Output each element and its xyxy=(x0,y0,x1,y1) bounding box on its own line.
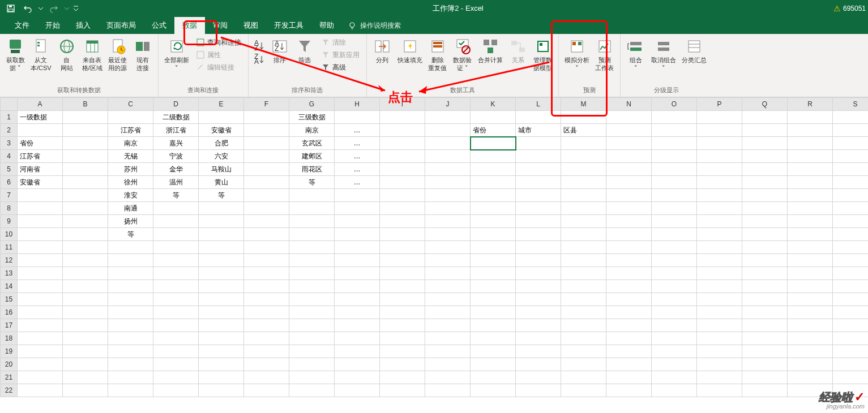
svg-rect-24 xyxy=(197,39,204,46)
active-cell[interactable] xyxy=(471,137,516,150)
tell-me-search[interactable]: 操作说明搜索 xyxy=(342,17,407,34)
whatif-button[interactable]: 模拟分析 ˅ xyxy=(562,36,592,74)
col-header[interactable]: R xyxy=(788,98,833,111)
flash-fill-button[interactable]: 快速填充 xyxy=(395,36,425,66)
row-header[interactable]: 3 xyxy=(1,137,18,150)
col-header[interactable]: Q xyxy=(742,98,788,111)
group-forecast: 模拟分析 ˅ 预测 工作表 预测 xyxy=(559,34,621,97)
sort-asc-button[interactable]: AZ xyxy=(252,40,267,52)
tab-review[interactable]: 审阅 xyxy=(205,17,236,34)
col-header[interactable]: H xyxy=(335,98,380,111)
tab-dev[interactable]: 开发工具 xyxy=(266,17,311,34)
row-header[interactable]: 13 xyxy=(1,267,18,280)
from-web-button[interactable]: 自 网站 xyxy=(55,36,79,74)
row-header[interactable]: 7 xyxy=(1,189,18,202)
row-header[interactable]: 17 xyxy=(1,319,18,332)
row-header[interactable]: 6 xyxy=(1,176,18,189)
save-button[interactable] xyxy=(3,1,18,16)
svg-rect-7 xyxy=(10,40,21,49)
qat-customize[interactable] xyxy=(72,1,79,16)
row-header[interactable]: 15 xyxy=(1,293,18,306)
row-header[interactable]: 2 xyxy=(1,124,18,137)
undo-button[interactable] xyxy=(20,1,35,16)
redo-dropdown[interactable] xyxy=(63,1,70,16)
row-header[interactable]: 18 xyxy=(1,332,18,345)
row-header[interactable]: 8 xyxy=(1,202,18,215)
user-badge[interactable]: 695051 xyxy=(843,5,866,12)
col-header[interactable]: B xyxy=(63,98,108,111)
col-header[interactable]: P xyxy=(697,98,742,111)
tab-help[interactable]: 帮助 xyxy=(311,17,342,34)
tab-formula[interactable]: 公式 xyxy=(144,17,174,34)
row-header[interactable]: 14 xyxy=(1,280,18,293)
forecast-sheet-button[interactable]: 预测 工作表 xyxy=(593,36,617,74)
sort-desc-button[interactable]: ZA xyxy=(252,53,267,66)
col-header[interactable]: K xyxy=(471,98,516,111)
svg-rect-51 xyxy=(572,42,576,45)
quick-access-toolbar xyxy=(0,1,83,16)
tab-data[interactable]: 数据 xyxy=(174,17,205,34)
col-header[interactable]: L xyxy=(516,98,561,111)
col-header[interactable]: C xyxy=(108,98,153,111)
col-header[interactable]: S xyxy=(833,98,869,111)
advanced-filter-button[interactable]: 高级 xyxy=(318,61,363,74)
row-header[interactable]: 19 xyxy=(1,345,18,358)
get-data-button[interactable]: 获取数 据 ˅ xyxy=(3,36,27,74)
col-header[interactable]: E xyxy=(199,98,244,111)
row-header[interactable]: 12 xyxy=(1,254,18,267)
remove-dup-button[interactable]: 删除 重复值 xyxy=(426,36,450,74)
spreadsheet-grid[interactable]: A B C D E F G H I J K L M N O P Q R S 1一… xyxy=(0,97,868,397)
tab-home[interactable]: 开始 xyxy=(37,17,68,34)
col-header[interactable]: O xyxy=(652,98,697,111)
col-header[interactable]: J xyxy=(425,98,471,111)
redo-button[interactable] xyxy=(46,1,61,16)
subtotal-button[interactable]: 分类汇总 xyxy=(679,36,709,66)
svg-rect-42 xyxy=(484,40,489,45)
col-header[interactable]: F xyxy=(244,98,289,111)
undo-dropdown[interactable] xyxy=(37,1,44,16)
svg-text:Z: Z xyxy=(275,45,279,53)
col-header[interactable]: D xyxy=(153,98,199,111)
svg-point-4 xyxy=(350,23,354,27)
col-header[interactable]: I xyxy=(380,98,425,111)
sort-button[interactable]: AZ排序 xyxy=(268,36,292,66)
tab-layout[interactable]: 页面布局 xyxy=(99,17,144,34)
title-right: ⚠ 695051 xyxy=(833,4,868,13)
from-table-button[interactable]: 来自表 格/区域 xyxy=(80,36,105,74)
col-header[interactable]: M xyxy=(561,98,606,111)
tab-file[interactable]: 文件 xyxy=(7,17,37,34)
filter-button[interactable]: 筛选 xyxy=(293,36,317,66)
tab-insert[interactable]: 插入 xyxy=(68,17,99,34)
consolidate-button[interactable]: 合并计算 xyxy=(476,36,505,66)
select-all-corner[interactable] xyxy=(1,98,18,111)
from-csv-button[interactable]: 从文 本/CSV xyxy=(28,36,54,74)
row-header[interactable]: 16 xyxy=(1,306,18,319)
svg-rect-44 xyxy=(488,48,493,53)
ungroup-button[interactable]: 取消组合 ˅ xyxy=(649,36,678,74)
existing-conn-button[interactable]: 现有 连接 xyxy=(131,36,155,74)
row-header[interactable]: 9 xyxy=(1,215,18,228)
relationships-button[interactable]: 关系 xyxy=(506,36,530,66)
svg-text:A: A xyxy=(254,58,259,65)
row-header[interactable]: 4 xyxy=(1,150,18,163)
group-sort-filter: AZ ZA AZ排序 筛选 清除 重新应用 高级 排序和筛选 xyxy=(249,34,367,97)
col-header[interactable]: N xyxy=(606,98,652,111)
refresh-all-button[interactable]: 全部刷新 ˅ xyxy=(162,36,191,74)
row-header[interactable]: 11 xyxy=(1,241,18,254)
row-header[interactable]: 1 xyxy=(1,111,18,124)
text-to-columns-button[interactable]: 分列 xyxy=(370,36,394,66)
col-header[interactable]: G xyxy=(289,98,335,111)
group-button[interactable]: 组合 ˅ xyxy=(624,36,648,74)
worksheet-area[interactable]: A B C D E F G H I J K L M N O P Q R S 1一… xyxy=(0,97,868,397)
row-header[interactable]: 5 xyxy=(1,163,18,176)
queries-conn-button[interactable]: 查询和连接 xyxy=(193,36,245,49)
row-header[interactable]: 10 xyxy=(1,228,18,241)
tab-view[interactable]: 视图 xyxy=(236,17,266,34)
row-header[interactable]: 21 xyxy=(1,371,18,384)
manage-model-button[interactable]: 管理数 据模型 xyxy=(531,36,555,74)
data-validation-button[interactable]: 数据验 证 ˅ xyxy=(451,36,474,74)
recent-sources-button[interactable]: 最近使 用的源 xyxy=(106,36,130,74)
row-header[interactable]: 20 xyxy=(1,358,18,371)
row-header[interactable]: 22 xyxy=(1,384,18,397)
col-header[interactable]: A xyxy=(18,98,63,111)
